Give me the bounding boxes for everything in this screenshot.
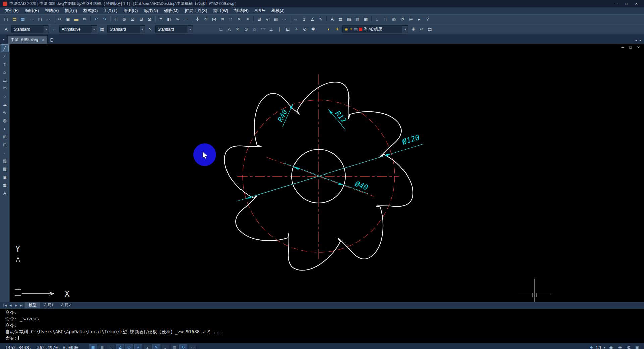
osnap-intersection-icon[interactable]: ✕ (233, 25, 242, 33)
plot-icon[interactable]: ▭ (27, 15, 36, 23)
layout-nav-last-icon[interactable]: ▶│ (19, 304, 25, 307)
layer-on-off-icon[interactable]: ◐ (325, 25, 333, 33)
pan-icon[interactable]: ✛ (112, 15, 120, 23)
open-file-icon[interactable]: ▤ (10, 15, 19, 23)
ucs-icon[interactable]: ∟ (373, 15, 381, 23)
circle-icon[interactable]: ○ (1, 93, 9, 100)
annotation-scale-value[interactable]: 1:1 (596, 345, 601, 349)
external-reference-icon[interactable]: ◱ (263, 15, 272, 23)
menu-format[interactable]: 格式(O) (80, 7, 101, 14)
layout-nav-prev-icon[interactable]: ◀ (8, 304, 13, 307)
layers-icon[interactable]: ≡ (157, 15, 165, 23)
menu-modify[interactable]: 修改(M) (161, 7, 182, 14)
table-style-combo[interactable]: Standard▾ (107, 25, 145, 33)
close-icon[interactable]: ✕ (42, 38, 45, 42)
quick-leader-icon[interactable]: ↖ (317, 15, 325, 23)
cut-icon[interactable]: ✂ (55, 15, 64, 23)
status-toggle-transparency[interactable]: ▨ (170, 344, 178, 349)
chevron-down-icon[interactable]: ▾ (92, 26, 97, 33)
osnap-midpoint-icon[interactable]: △ (225, 25, 233, 33)
insert-block-icon[interactable]: ⊞ (1, 133, 9, 141)
menu-express-tools[interactable]: 扩展工具(X) (182, 7, 210, 14)
chevron-down-icon[interactable]: ▾ (604, 346, 605, 349)
osnap-tangent-icon[interactable]: ◠ (259, 25, 267, 33)
dim-text-r40[interactable]: R40 (276, 108, 289, 123)
zoom-window-icon[interactable]: ⊡ (128, 15, 137, 23)
layout-nav-first-icon[interactable]: │◀ (2, 304, 8, 307)
menu-dimension[interactable]: 标注(N) (141, 7, 161, 14)
osnap-none-icon[interactable]: ⊘ (301, 25, 309, 33)
layer-freeze-icon[interactable]: ☀ (333, 25, 341, 33)
ellipse-arc-icon[interactable]: ◖ (1, 125, 9, 133)
new-drawing-icon[interactable]: ▢ (48, 36, 56, 44)
mleader-style-combo[interactable]: Standard▾ (155, 25, 193, 33)
dim-style-icon[interactable]: ↔ (50, 25, 58, 33)
offset-icon[interactable]: ≋ (218, 15, 227, 23)
menu-app-plus[interactable]: APP+ (252, 7, 268, 14)
make-block-icon[interactable]: ⊡ (1, 141, 9, 149)
array-icon[interactable]: ∷ (227, 15, 235, 23)
osnap-settings-icon[interactable]: ✱ (309, 25, 317, 33)
zoom-previous-icon[interactable]: ⊟ (137, 15, 145, 23)
layout-nav-next-icon[interactable]: ▶ (13, 304, 19, 307)
erase-icon[interactable]: ✕ (235, 15, 244, 23)
render-icon[interactable]: ◍ (390, 15, 398, 23)
osnap-quadrant-icon[interactable]: ◇ (250, 25, 259, 33)
mirror-icon[interactable]: ⋈ (210, 15, 218, 23)
zoom-extents-icon[interactable]: ⊠ (145, 15, 154, 23)
chevron-down-icon[interactable]: ▾ (44, 26, 49, 33)
layer-combo[interactable]: ◉☀▤3中心线层▾ (342, 25, 408, 33)
dim-angular-icon[interactable]: ∠ (308, 15, 317, 23)
named-views-icon[interactable]: ▯ (381, 15, 390, 23)
hatch-icon[interactable]: ▨ (1, 157, 9, 165)
menu-mechanical[interactable]: 机械(J) (268, 7, 288, 14)
redo-icon[interactable]: ↷ (100, 15, 109, 23)
osnap-node-icon[interactable]: ⊡ (284, 25, 292, 33)
status-toggle-snap[interactable]: ⊞ (98, 344, 106, 349)
explode-icon[interactable]: ✴ (244, 15, 252, 23)
plot-preview-icon[interactable]: ◫ (36, 15, 44, 23)
chevron-down-icon[interactable]: ▾ (187, 26, 193, 33)
table-style-icon[interactable]: ▦ (98, 25, 106, 33)
osnap-center-icon[interactable]: ⊙ (242, 25, 250, 33)
status-toggle-lineweight[interactable]: ≡ (161, 344, 169, 349)
layer-states-icon[interactable]: ◧ (165, 15, 173, 23)
status-toggle-ortho[interactable]: ∟ (107, 344, 115, 349)
insert-block-icon[interactable]: ⊞ (255, 15, 263, 23)
osnap-perpendicular-icon[interactable]: ⊥ (267, 25, 275, 33)
copy-icon[interactable]: ▣ (64, 15, 72, 23)
chevron-down-icon[interactable]: ▾ (140, 26, 145, 33)
osnap-nearest-icon[interactable]: ⌖ (292, 25, 301, 33)
make-current-layer-icon[interactable]: ✚ (409, 25, 417, 33)
annotation-plane-icon[interactable]: ✈ (590, 345, 593, 349)
gradient-icon[interactable]: ▩ (1, 165, 9, 173)
dim-style-combo[interactable]: Annotative▾ (59, 25, 97, 33)
tab-list-dropdown-icon[interactable]: ▾ (0, 36, 7, 44)
layer-manager-icon[interactable]: ▤ (426, 25, 434, 33)
polyline-icon[interactable]: ↯ (1, 60, 9, 68)
properties-palette-icon[interactable]: ▥ (353, 15, 362, 23)
status-toggle-dynamic-input[interactable]: ✎ (152, 344, 160, 349)
minimize-button[interactable]: ─ (611, 1, 621, 7)
menu-help[interactable]: 帮助(H) (231, 7, 251, 14)
steering-wheel-icon[interactable]: ◎ (407, 15, 415, 23)
lineweight-settings-icon[interactable]: ═ (182, 15, 190, 23)
move-icon[interactable]: ✜ (193, 15, 202, 23)
tab-scroll-right-icon[interactable]: ▸ (640, 38, 641, 42)
rectangle-icon[interactable]: ▭ (1, 77, 9, 84)
match-properties-icon[interactable]: ✏ (80, 15, 89, 23)
rotate-icon[interactable]: ↻ (202, 15, 210, 23)
dim-text-r12[interactable]: R12 (334, 109, 348, 124)
publish-icon[interactable]: ▱ (44, 15, 52, 23)
menu-file[interactable]: 文件(F) (2, 7, 22, 14)
status-toggle-osnap[interactable]: ◇ (125, 344, 133, 349)
dim-text-d120[interactable]: Ø120 (401, 133, 421, 146)
doc-restore-button[interactable]: □ (629, 45, 632, 50)
status-toggle-otrack[interactable]: ⌖ (134, 344, 142, 349)
zoom-realtime-icon[interactable]: ⊕ (120, 15, 128, 23)
dim-text-d40[interactable]: Ø40 (354, 179, 369, 192)
status-toggle-polar[interactable]: ∠ (116, 344, 124, 349)
ellipse-icon[interactable]: ◍ (1, 117, 9, 124)
status-toggle-grid[interactable]: ▦ (89, 344, 97, 349)
hatch-icon[interactable]: ▨ (345, 15, 353, 23)
